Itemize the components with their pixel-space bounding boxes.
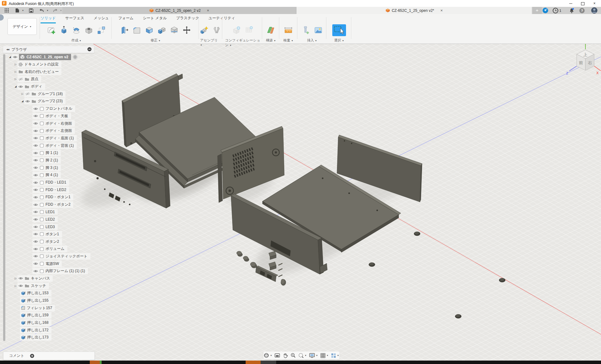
- tree-row[interactable]: フロントパネル: [0, 105, 90, 113]
- activate-component-radio[interactable]: [73, 55, 78, 60]
- ribbon-tab[interactable]: プラスチック: [176, 16, 199, 23]
- display-settings-icon[interactable]: [309, 353, 315, 358]
- visibility-on-icon[interactable]: [33, 122, 38, 125]
- visibility-on-icon[interactable]: [33, 254, 38, 258]
- visibility-on-icon[interactable]: [33, 158, 38, 162]
- maximize-button[interactable]: [577, 0, 589, 7]
- job-status-icon[interactable]: 1: [552, 7, 562, 13]
- create-group-label[interactable]: 作成 ▼: [71, 38, 81, 43]
- document-tab-1[interactable]: CZ-652C_1_25_open_2 v2 ×: [62, 7, 296, 14]
- visibility-on-icon[interactable]: [33, 195, 38, 199]
- tree-row[interactable]: 脚 3 (1): [0, 164, 90, 171]
- minimize-button[interactable]: [565, 0, 577, 7]
- visibility-off-icon[interactable]: [25, 92, 30, 96]
- visibility-on-icon[interactable]: [33, 232, 38, 236]
- tree-row[interactable]: 脚 1 (1): [0, 149, 90, 157]
- ribbon-tab[interactable]: メッシュ: [94, 16, 109, 23]
- collapsed-arrow-icon[interactable]: ▷: [14, 285, 17, 287]
- grid-settings-icon[interactable]: [320, 353, 325, 358]
- tree-row[interactable]: 脚 2 (1): [0, 157, 90, 164]
- visibility-on-icon[interactable]: [33, 269, 38, 273]
- undo-caret[interactable]: ▼: [46, 9, 49, 12]
- tree-row[interactable]: ◢ボディ: [0, 83, 90, 90]
- construction-plane-tool[interactable]: [266, 24, 276, 36]
- visibility-on-icon[interactable]: [33, 173, 38, 177]
- combine-tool[interactable]: [156, 24, 167, 36]
- feature-row[interactable]: 押し出し172: [0, 326, 90, 334]
- configuration-tool[interactable]: [231, 24, 242, 36]
- expanded-arrow-icon[interactable]: ◢: [21, 100, 24, 103]
- fillet-tool[interactable]: [132, 24, 142, 36]
- taskbar-app-segment[interactable]: [246, 361, 261, 364]
- construct-group-label[interactable]: 構築 ▼: [266, 38, 276, 43]
- tree-row[interactable]: ◢グループ2 (23): [0, 98, 90, 105]
- comment-bar[interactable]: コメント: [3, 352, 95, 360]
- tree-row[interactable]: 電源SW: [0, 260, 90, 267]
- ribbon-tab[interactable]: シート メタル: [143, 16, 167, 23]
- visibility-on-icon[interactable]: [33, 114, 38, 118]
- tree-row[interactable]: LED2: [0, 216, 90, 223]
- tree-row[interactable]: ボディ・右側面: [0, 120, 90, 127]
- save-icon[interactable]: [28, 7, 35, 14]
- collapsed-arrow-icon[interactable]: ▷: [14, 63, 17, 66]
- new-tab-button[interactable]: +: [532, 7, 542, 14]
- extensions-icon[interactable]: [542, 7, 548, 13]
- insert-fast ener-tool[interactable]: [300, 24, 311, 36]
- tree-row[interactable]: ボディ・背面 (1): [0, 142, 90, 149]
- create-sketch-tool[interactable]: [46, 24, 57, 36]
- tab-close-icon[interactable]: ×: [440, 8, 443, 13]
- visibility-on-icon[interactable]: [18, 284, 23, 288]
- split-face-tool[interactable]: [169, 24, 180, 36]
- tree-row[interactable]: ボタン1: [0, 231, 90, 238]
- visibility-on-icon[interactable]: [33, 151, 38, 155]
- tree-row[interactable]: ▷原点: [0, 75, 90, 83]
- modify-group-label[interactable]: 修正 ▼: [151, 38, 161, 43]
- collapsed-arrow-icon[interactable]: ▷: [14, 78, 17, 80]
- visibility-on-icon[interactable]: [33, 247, 38, 251]
- inspect-group-label[interactable]: 検査 ▼: [283, 38, 293, 43]
- workspace-selector[interactable]: デザイン▼: [7, 18, 37, 35]
- tree-row[interactable]: FDD・ボタン1: [0, 194, 90, 201]
- collapse-browser-icon[interactable]: ◀◀: [6, 48, 9, 51]
- visibility-on-icon[interactable]: [33, 129, 38, 133]
- feature-row[interactable]: フィレット157: [0, 304, 90, 312]
- visibility-on-icon[interactable]: [33, 225, 38, 229]
- press-pull-tool[interactable]: [119, 24, 130, 36]
- select-tool[interactable]: [332, 24, 346, 36]
- look-at-icon[interactable]: [275, 353, 280, 358]
- tree-row[interactable]: ボリューム: [0, 245, 90, 253]
- tree-row[interactable]: FDD・LED1: [0, 179, 90, 186]
- tree-row[interactable]: ▷名前の付いたビュー: [0, 68, 90, 75]
- collapsed-arrow-icon[interactable]: ▷: [21, 93, 24, 95]
- visibility-on-icon[interactable]: [18, 85, 23, 89]
- taskbar-app-segment[interactable]: [100, 361, 102, 364]
- redo-icon[interactable]: [52, 7, 59, 14]
- revolve-tool[interactable]: [71, 24, 82, 36]
- avatar[interactable]: [591, 7, 598, 13]
- tree-row[interactable]: 内部フレーム (1) (1) (1): [0, 267, 90, 275]
- visibility-on-icon[interactable]: [33, 218, 38, 221]
- tree-row[interactable]: ジョイスティックポート: [0, 253, 90, 260]
- tree-row[interactable]: ▷スケッチ: [0, 282, 90, 290]
- hole-tool[interactable]: [84, 24, 94, 36]
- pan-icon[interactable]: [283, 353, 288, 358]
- assemble-group-label[interactable]: アセンブリ ▼: [200, 38, 221, 46]
- close-button[interactable]: ×: [589, 0, 600, 7]
- joint-tool[interactable]: [211, 24, 222, 36]
- expanded-arrow-icon[interactable]: ◢: [8, 55, 12, 58]
- extrude-tool[interactable]: [59, 24, 69, 36]
- notifications-icon[interactable]: [569, 7, 575, 13]
- help-icon[interactable]: ?: [579, 7, 585, 13]
- configure-group-label[interactable]: コンフィギュレーション ▼: [225, 38, 261, 47]
- file-icon[interactable]: [14, 7, 21, 14]
- feature-row[interactable]: 押し出し159: [0, 312, 90, 319]
- collapsed-arrow-icon[interactable]: ▷: [14, 277, 17, 280]
- visibility-on-icon[interactable]: [33, 203, 38, 207]
- fit-icon[interactable]: [298, 353, 304, 358]
- tree-row[interactable]: ボディ・左側面: [0, 127, 90, 135]
- browser-header[interactable]: ◀◀ ブラウザ: [3, 46, 94, 53]
- tree-row[interactable]: ボディ・底面 (1): [0, 135, 90, 142]
- visibility-on-icon[interactable]: [25, 99, 30, 103]
- tree-row[interactable]: LED3: [0, 223, 90, 231]
- tree-row[interactable]: LED1: [0, 208, 90, 216]
